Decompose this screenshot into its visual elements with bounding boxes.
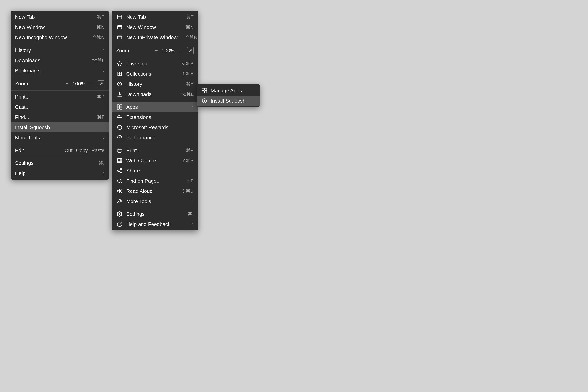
svg-rect-33 — [204, 88, 207, 90]
install-squoosh-item[interactable]: Install Squoosh — [197, 96, 260, 106]
favorites-icon — [116, 61, 123, 66]
chrome-print[interactable]: Print... ⌘P — [11, 92, 109, 102]
edge-zoom-row: Zoom − 100% + ⤢ — [112, 45, 198, 56]
edge-extensions[interactable]: Extensions — [112, 112, 198, 122]
find-icon — [116, 178, 123, 184]
chrome-zoom-row: Zoom − 100% + ⤢ — [11, 78, 109, 89]
svg-point-22 — [118, 170, 119, 172]
paste-btn[interactable]: Paste — [92, 148, 105, 154]
svg-rect-10 — [118, 74, 119, 76]
svg-rect-16 — [117, 107, 119, 109]
separator-3 — [11, 90, 109, 90]
help-icon — [116, 222, 123, 227]
svg-point-21 — [120, 168, 122, 170]
svg-rect-19 — [118, 151, 121, 152]
separator-4 — [11, 144, 109, 144]
separator-2 — [11, 77, 109, 77]
svg-rect-3 — [118, 26, 122, 29]
edge-rewards[interactable]: Microsoft Rewards — [112, 122, 198, 132]
edge-sep-1 — [112, 44, 198, 44]
edge-apps[interactable]: Apps › — [112, 102, 198, 112]
copy-btn[interactable]: Copy — [76, 148, 88, 154]
cut-btn[interactable]: Cut — [64, 148, 72, 154]
downloads-icon — [116, 92, 123, 97]
edge-collections[interactable]: Collections ⇧⌘Y — [112, 69, 198, 79]
zoom-minus-btn[interactable]: − — [66, 81, 68, 87]
edge-context-menu[interactable]: New Tab ⌘T New Window ⌘N New InPrivate W… — [112, 11, 198, 230]
edge-help-feedback[interactable]: Help and Feedback › — [112, 219, 198, 229]
edge-sep-4 — [112, 144, 198, 144]
edit-actions[interactable]: Cut Copy Paste — [64, 148, 104, 154]
separator-1 — [11, 44, 109, 44]
edge-zoom-minus[interactable]: − — [155, 48, 158, 54]
rewards-icon — [116, 125, 123, 130]
chrome-help[interactable]: Help › — [11, 168, 109, 178]
apps-submenu[interactable]: Manage Apps Install Squoosh — [197, 84, 260, 107]
chrome-edit-row: Edit Cut Copy Paste — [11, 145, 109, 156]
edge-zoom-value: 100% — [161, 48, 175, 54]
edge-zoom-plus[interactable]: + — [178, 48, 182, 54]
svg-point-18 — [118, 126, 122, 130]
svg-rect-9 — [120, 72, 121, 74]
svg-rect-8 — [118, 72, 119, 74]
svg-rect-35 — [204, 91, 207, 93]
edge-history[interactable]: History ⌘Y — [112, 79, 198, 89]
apps-icon — [116, 104, 123, 110]
edge-web-capture[interactable]: Web Capture ⇧⌘S — [112, 156, 198, 166]
svg-rect-32 — [202, 88, 204, 90]
more-tools-icon — [116, 198, 123, 204]
edge-performance[interactable]: Performance — [112, 132, 198, 143]
edge-find-on-page[interactable]: Find on Page... ⌘F — [112, 176, 198, 186]
edge-favorites[interactable]: Favorites ⌥⌘B — [112, 58, 198, 69]
zoom-controls[interactable]: − 100% + ⤢ — [66, 80, 104, 87]
edge-share[interactable]: Share — [112, 166, 198, 176]
edge-sep-5 — [112, 208, 198, 208]
chrome-bookmarks[interactable]: Bookmarks › — [11, 66, 109, 76]
edge-settings[interactable]: Settings ⌘, — [112, 209, 198, 219]
edge-new-tab[interactable]: New Tab ⌘T — [112, 12, 198, 22]
chrome-history[interactable]: History › — [11, 45, 109, 55]
extensions-icon — [116, 114, 123, 120]
svg-line-24 — [119, 171, 120, 172]
edge-downloads[interactable]: Downloads ⌥⌘L — [112, 89, 198, 99]
svg-rect-14 — [117, 105, 119, 107]
zoom-plus-btn[interactable]: + — [90, 81, 92, 87]
edge-new-window[interactable]: New Window ⌘N — [112, 22, 198, 32]
chrome-cast[interactable]: Cast... — [11, 102, 109, 112]
new-window-icon — [116, 24, 123, 30]
svg-marker-7 — [117, 61, 122, 66]
edge-print[interactable]: Print... ⌘P — [112, 145, 198, 156]
edge-new-inprivate[interactable]: New InPrivate Window ⇧⌘N — [112, 32, 198, 42]
chrome-install-squoosh[interactable]: Install Squoosh... — [11, 122, 109, 132]
collections-icon — [116, 71, 123, 77]
chrome-new-window[interactable]: New Window ⌘N — [11, 22, 109, 32]
chrome-find[interactable]: Find... ⌘F — [11, 112, 109, 122]
svg-rect-17 — [120, 107, 122, 109]
edge-zoom-expand[interactable]: ⤢ — [187, 47, 194, 54]
manage-apps-item[interactable]: Manage Apps — [197, 86, 260, 96]
zoom-value: 100% — [72, 81, 86, 87]
inprivate-icon — [116, 35, 123, 40]
manage-apps-icon — [201, 88, 208, 93]
chrome-downloads[interactable]: Downloads ⌥⌘L — [11, 55, 109, 66]
svg-rect-0 — [118, 15, 122, 19]
zoom-expand-btn[interactable]: ⤢ — [98, 80, 104, 87]
chrome-new-tab[interactable]: New Tab ⌘T — [11, 12, 109, 22]
chrome-new-incognito[interactable]: New Incognito Window ⇧⌘N — [11, 32, 109, 42]
svg-rect-34 — [202, 91, 204, 93]
readaloud-icon — [116, 188, 123, 194]
new-tab-icon — [116, 14, 123, 20]
svg-point-23 — [120, 172, 122, 173]
edge-more-tools[interactable]: More Tools › — [112, 196, 198, 206]
svg-rect-15 — [120, 105, 122, 107]
chrome-more-tools[interactable]: More Tools › — [11, 132, 109, 143]
share-icon — [116, 168, 123, 174]
webcapture-icon — [116, 158, 123, 163]
svg-line-25 — [119, 170, 120, 170]
edge-read-aloud[interactable]: Read Aloud ⇧⌘U — [112, 186, 198, 196]
edge-zoom-controls[interactable]: − 100% + ⤢ — [155, 47, 194, 54]
performance-icon — [116, 135, 123, 140]
settings-icon — [116, 211, 123, 217]
chrome-context-menu[interactable]: New Tab ⌘T New Window ⌘N New Incognito W… — [11, 11, 109, 180]
chrome-settings[interactable]: Settings ⌘, — [11, 158, 109, 168]
